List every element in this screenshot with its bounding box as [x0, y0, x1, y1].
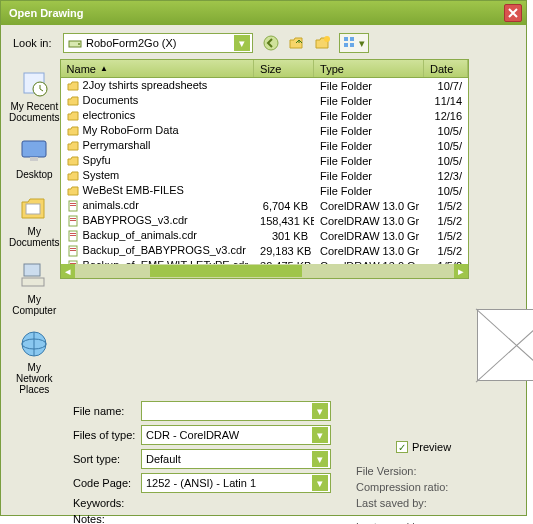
fileversion-label: File Version:: [356, 465, 518, 477]
folder-icon: [67, 110, 79, 122]
desktop-icon: [18, 135, 50, 167]
folder-icon: [67, 155, 79, 167]
scroll-left-icon[interactable]: ◂: [61, 264, 75, 278]
table-row[interactable]: SystemFile Folder12/3/: [61, 168, 468, 183]
file-icon: [67, 245, 79, 257]
table-row[interactable]: 2Joy tshirts spreadsheetsFile Folder10/7…: [61, 78, 468, 93]
view-icon: [343, 36, 357, 50]
lookin-label: Look in:: [9, 37, 63, 49]
svg-rect-27: [70, 248, 76, 249]
svg-rect-6: [344, 43, 348, 47]
new-folder-button[interactable]: [313, 33, 333, 53]
column-headers[interactable]: Name▲ Size Type Date: [61, 60, 468, 78]
svg-rect-14: [22, 278, 44, 286]
table-row[interactable]: BABYPROGS_v3.cdr158,431 KBCorelDRAW 13.0…: [61, 213, 468, 228]
computer-icon: [18, 260, 50, 292]
place-network[interactable]: My Network Places: [9, 328, 60, 395]
window-title: Open Drawing: [9, 7, 84, 19]
sort-label: Sort type:: [73, 453, 141, 465]
col-type[interactable]: Type: [314, 60, 424, 77]
place-desktop[interactable]: Desktop: [16, 135, 53, 180]
table-row[interactable]: PerrymarshallFile Folder10/5/: [61, 138, 468, 153]
codepage-combo[interactable]: 1252 - (ANSI) - Latin 1▾: [141, 473, 331, 493]
up-button[interactable]: [287, 33, 307, 53]
close-icon: [508, 8, 518, 18]
table-row[interactable]: electronicsFile Folder12/16: [61, 108, 468, 123]
place-recent[interactable]: My Recent Documents: [9, 67, 60, 123]
file-icon: [67, 230, 79, 242]
svg-rect-25: [70, 235, 76, 236]
svg-rect-5: [350, 37, 354, 41]
chevron-down-icon: ▾: [312, 403, 328, 419]
svg-rect-4: [344, 37, 348, 41]
svg-rect-11: [30, 157, 38, 161]
table-row[interactable]: SpyfuFile Folder10/5/: [61, 153, 468, 168]
compression-label: Compression ratio:: [356, 481, 518, 493]
chevron-down-icon: ▾: [359, 37, 365, 50]
table-row[interactable]: Backup_of_BABYPROGS_v3.cdr29,183 KBCorel…: [61, 243, 468, 258]
network-icon: [18, 328, 50, 360]
svg-point-1: [78, 43, 80, 45]
close-button[interactable]: [504, 4, 522, 22]
filename-label: File name:: [73, 405, 141, 417]
sort-combo[interactable]: Default▾: [141, 449, 331, 469]
folder-icon: [67, 95, 79, 107]
scroll-thumb[interactable]: [150, 265, 302, 277]
chevron-down-icon: ▾: [312, 451, 328, 467]
file-list[interactable]: Name▲ Size Type Date 2Joy tshirts spread…: [60, 59, 469, 279]
svg-rect-18: [70, 203, 76, 204]
file-icon: [67, 215, 79, 227]
lookin-value: RoboForm2Go (X): [86, 37, 234, 49]
table-row[interactable]: WeBeSt EMB-FILESFile Folder10/5/: [61, 183, 468, 198]
documents-icon: [18, 192, 50, 224]
scroll-right-icon[interactable]: ▸: [454, 264, 468, 278]
back-icon: [263, 35, 279, 51]
titlebar[interactable]: Open Drawing: [1, 1, 526, 25]
filename-input[interactable]: ▾: [141, 401, 331, 421]
sort-asc-icon: ▲: [100, 64, 108, 73]
filetype-label: Files of type:: [73, 429, 141, 441]
folder-icon: [67, 80, 79, 92]
place-mydocs[interactable]: My Documents: [9, 192, 60, 248]
recent-icon: [18, 67, 50, 99]
chevron-down-icon: ▾: [234, 35, 250, 51]
folder-up-icon: [289, 35, 305, 51]
lookin-combo[interactable]: RoboForm2Go (X) ▾: [63, 33, 253, 53]
place-mycomputer[interactable]: My Computer: [9, 260, 60, 316]
drive-icon: [68, 36, 82, 50]
svg-rect-13: [24, 264, 40, 276]
view-menu-button[interactable]: ▾: [339, 33, 369, 53]
svg-rect-10: [22, 141, 46, 157]
svg-point-2: [264, 36, 278, 50]
h-scrollbar[interactable]: ◂ ▸: [61, 264, 468, 278]
col-name[interactable]: Name▲: [61, 60, 254, 77]
notes-label: Notes:: [73, 513, 141, 524]
svg-rect-24: [70, 233, 76, 234]
back-button[interactable]: [261, 33, 281, 53]
preview-pane: [477, 309, 533, 381]
places-bar: My Recent Documents Desktop My Documents…: [9, 59, 60, 395]
preview-checkbox[interactable]: ✓: [396, 441, 408, 453]
table-row[interactable]: Backup_of_animals.cdr301 KBCorelDRAW 13.…: [61, 228, 468, 243]
table-row[interactable]: DocumentsFile Folder11/14: [61, 93, 468, 108]
col-size[interactable]: Size: [254, 60, 314, 77]
chevron-down-icon: ▾: [312, 475, 328, 491]
svg-rect-12: [26, 204, 40, 214]
svg-rect-28: [70, 250, 76, 251]
folder-icon: [67, 140, 79, 152]
svg-rect-21: [70, 218, 76, 219]
svg-rect-19: [70, 205, 76, 206]
new-folder-icon: [315, 35, 331, 51]
keywords-label: Keywords:: [73, 497, 141, 509]
col-date[interactable]: Date: [424, 60, 468, 77]
lastsavedby-label: Last saved by:: [356, 497, 518, 509]
table-row[interactable]: My RoboForm DataFile Folder10/5/: [61, 123, 468, 138]
filetype-combo[interactable]: CDR - CorelDRAW▾: [141, 425, 331, 445]
codepage-label: Code Page:: [73, 477, 141, 489]
chevron-down-icon: ▾: [312, 427, 328, 443]
svg-rect-22: [70, 220, 76, 221]
preview-label: Preview: [412, 441, 451, 453]
folder-icon: [67, 125, 79, 137]
table-row[interactable]: animals.cdr6,704 KBCorelDRAW 13.0 Gr1/5/…: [61, 198, 468, 213]
svg-rect-7: [350, 43, 354, 47]
